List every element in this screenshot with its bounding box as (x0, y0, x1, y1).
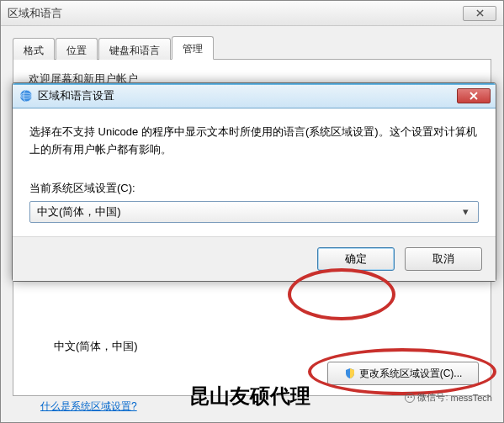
ok-button-label: 确定 (345, 251, 367, 267)
watermark-prefix: 微信号: (417, 391, 448, 404)
dialog-body: 选择在不支持 Unicode 的程序中显示文本时所使用的语言(系统区域设置)。这… (13, 108, 496, 236)
dialog-description: 选择在不支持 Unicode 的程序中显示文本时所使用的语言(系统区域设置)。这… (29, 124, 479, 159)
dialog-titlebar[interactable]: 区域和语言设置 (13, 83, 496, 108)
parent-titlebar[interactable]: 区域和语言 (1, 1, 503, 26)
cancel-button-label: 取消 (432, 251, 454, 267)
watermark-id: messTech (450, 393, 492, 403)
system-locale-selected-value: 中文(简体，中国) (37, 204, 121, 219)
dialog-button-row: 确定 取消 (13, 236, 496, 281)
watermark-large: 昆山友硕代理 (189, 383, 310, 410)
close-icon (476, 9, 484, 17)
svg-point-2 (406, 393, 415, 402)
tab-format[interactable]: 格式 (13, 38, 55, 60)
close-icon (470, 92, 478, 100)
globe-icon (19, 89, 33, 103)
change-system-locale-label: 更改系统区域设置(C)... (359, 367, 463, 381)
wechat-icon (405, 393, 415, 403)
parent-close-button[interactable] (463, 6, 496, 21)
dialog-close-button[interactable] (457, 88, 491, 103)
current-locale-label: 中文(简体，中国) (54, 339, 475, 354)
tab-keyboard-language[interactable]: 键盘和语言 (98, 38, 171, 60)
change-system-locale-button[interactable]: 更改系统区域设置(C)... (327, 362, 479, 385)
region-language-settings-dialog: 区域和语言设置 选择在不支持 Unicode 的程序中显示文本时所使用的语言(系… (12, 82, 496, 282)
svg-point-3 (408, 396, 410, 398)
cancel-button[interactable]: 取消 (405, 247, 482, 271)
current-locale-field-label: 当前系统区域设置(C): (29, 181, 479, 196)
what-is-system-locale-link[interactable]: 什么是系统区域设置? (40, 399, 137, 414)
tab-location[interactable]: 位置 (56, 38, 98, 60)
tab-admin[interactable]: 管理 (172, 36, 214, 60)
svg-point-4 (411, 396, 412, 398)
chevron-down-icon: ▾ (458, 205, 473, 218)
shield-icon (344, 367, 356, 379)
system-locale-select[interactable]: 中文(简体，中国) ▾ (29, 201, 479, 223)
ok-button[interactable]: 确定 (317, 247, 395, 271)
dialog-title: 区域和语言设置 (38, 88, 114, 103)
watermark-small: 微信号: messTech (405, 391, 492, 404)
parent-window-title: 区域和语言 (8, 6, 62, 21)
tab-strip: 格式 位置 键盘和语言 管理 (13, 36, 491, 60)
